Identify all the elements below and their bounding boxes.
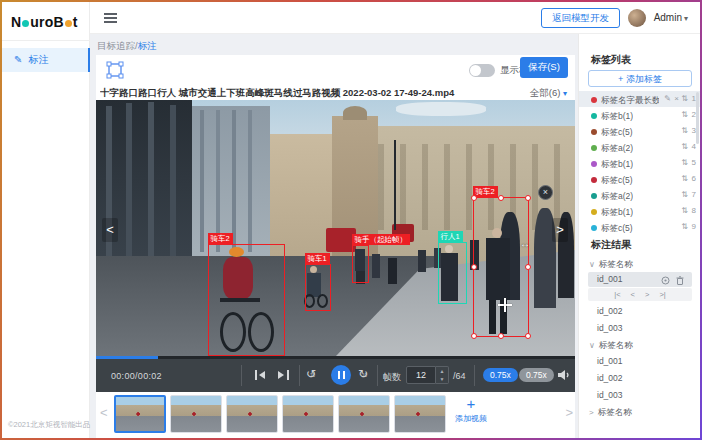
hotkey-number: 5	[692, 155, 696, 171]
chevron-down-icon: ▾	[563, 89, 567, 98]
sidebar-item-annotate[interactable]: ✎标注	[2, 48, 90, 72]
result-item[interactable]: id_003	[579, 320, 700, 337]
prev-video-chevron-icon[interactable]: <	[102, 218, 118, 242]
resize-handle[interactable]	[471, 333, 477, 339]
divider	[299, 365, 300, 386]
video-title: 十字路口路口行人 城市交通上下班高峰斑马线过马路视频 2022-03-02 17…	[100, 87, 500, 100]
video-thumbnail[interactable]	[338, 395, 390, 433]
tag-list-item[interactable]: 标签名字最长数...✎×⇅1	[579, 91, 700, 107]
result-group-header[interactable]: ∨标签名称	[579, 337, 700, 353]
delete-box-button[interactable]: ×	[538, 185, 553, 200]
result-item-id: id_003	[597, 323, 623, 333]
nav-last-button[interactable]: >|	[659, 290, 665, 299]
tag-list-item[interactable]: 标签c(5)⇅9	[579, 219, 700, 235]
prev-frame-button[interactable]	[253, 369, 269, 382]
video-thumbnail[interactable]	[226, 395, 278, 433]
tag-list-item[interactable]: 标签b(1)⇅2	[579, 107, 700, 123]
result-group-header[interactable]: >标签名称	[579, 404, 700, 420]
delete-icon[interactable]: ×	[674, 91, 679, 107]
logo-text: N	[11, 14, 21, 30]
collapse-menu-icon[interactable]	[104, 13, 117, 23]
speed-pill-inactive[interactable]: 0.75x	[519, 368, 554, 382]
filter-dropdown[interactable]: 全部(6) ▾	[530, 87, 567, 100]
scrollbar[interactable]	[696, 92, 699, 144]
result-item-id: id_002	[597, 306, 623, 316]
resize-handle[interactable]	[498, 195, 504, 201]
pause-button[interactable]	[331, 365, 351, 385]
video-canvas[interactable]: 骑车2骑车1骑手（起始帧）行人1骑车2 < > × ↔	[96, 100, 575, 356]
video-thumbnail[interactable]	[170, 395, 222, 433]
logo-dot-icon	[65, 20, 72, 27]
forward-10-icon[interactable]: ↻10	[358, 367, 368, 381]
video-thumbnail[interactable]	[282, 395, 334, 433]
step-down-icon[interactable]: ▼	[436, 375, 448, 383]
result-item[interactable]: id_001	[588, 272, 692, 287]
filmstrip-next-icon[interactable]: >	[565, 405, 573, 420]
tag-name: 标签c(5)	[601, 172, 633, 188]
volume-icon[interactable]	[558, 369, 571, 381]
next-video-chevron-icon[interactable]: >	[552, 218, 568, 242]
back-to-model-dev-button[interactable]: 返回模型开发	[541, 8, 620, 28]
annotation-box-label: 骑车2	[208, 233, 233, 244]
result-item[interactable]: id_001	[579, 353, 700, 370]
resize-handle[interactable]	[471, 195, 477, 201]
breadcrumb-parent[interactable]: 目标追踪	[97, 40, 135, 51]
result-group-header[interactable]: ∨标签名称	[579, 256, 700, 272]
resize-handle[interactable]	[498, 333, 504, 339]
add-video-button[interactable]: + 添加视频	[450, 395, 492, 433]
annotation-box[interactable]: 行人1	[438, 242, 467, 304]
add-tag-button[interactable]: + 添加标签	[588, 70, 692, 87]
resize-handle[interactable]	[525, 195, 531, 201]
hotkey-icon: ⇅	[681, 171, 688, 187]
next-frame-button[interactable]	[276, 369, 292, 382]
result-item[interactable]: id_002	[579, 303, 700, 320]
hotkey-number: 7	[692, 187, 696, 203]
edit-icon[interactable]: ✎	[664, 91, 671, 107]
filmstrip-prev-icon[interactable]: <	[100, 405, 108, 420]
divider	[241, 365, 242, 386]
window-frame: NuroBt ✎标注 ©2021北京矩视智能出品 返回模型开发 Admin▾ 目…	[0, 0, 702, 440]
resize-handle[interactable]	[525, 264, 531, 270]
tag-list-item[interactable]: 标签a(2)⇅4	[579, 139, 700, 155]
video-thumbnail[interactable]	[394, 395, 446, 433]
save-button[interactable]: 保存(S)	[520, 57, 568, 78]
tag-name: 标签b(1)	[601, 108, 633, 124]
resize-handle[interactable]	[471, 264, 477, 270]
tag-list-item[interactable]: 标签c(5)⇅6	[579, 171, 700, 187]
frame-number-input[interactable]	[406, 366, 436, 384]
tag-list-item[interactable]: 标签b(1)⇅8	[579, 203, 700, 219]
tag-name: 标签b(1)	[601, 204, 633, 220]
rewind-10-icon[interactable]: ↺10	[306, 367, 316, 381]
speed-pill-active[interactable]: 0.75x	[483, 368, 518, 382]
user-menu[interactable]: Admin▾	[654, 12, 688, 23]
avatar[interactable]	[628, 9, 646, 27]
trash-icon[interactable]	[676, 275, 684, 290]
video-thumbnail[interactable]	[114, 395, 166, 433]
tag-color-dot	[591, 145, 597, 151]
tag-list-item[interactable]: 标签b(1)⇅5	[579, 155, 700, 171]
right-panel: 标签列表 + 添加标签 标签名字最长数...✎×⇅1标签b(1)⇅2标签c(5)…	[578, 34, 700, 438]
rect-select-tool-icon[interactable]	[106, 61, 124, 79]
hotkey-icon: ⇅	[681, 187, 688, 203]
breadcrumb: 目标追踪/标注	[97, 40, 157, 53]
annotation-box[interactable]: 骑车2	[208, 244, 285, 356]
annotation-box[interactable]: 骑手（起始帧）	[352, 245, 369, 283]
result-item[interactable]: id_003	[579, 387, 700, 404]
frame-count-label: 帧数	[383, 371, 401, 384]
sidebar: NuroBt ✎标注 ©2021北京矩视智能出品	[2, 2, 90, 438]
tag-list-item[interactable]: 标签a(2)⇅7	[579, 187, 700, 203]
resize-handle[interactable]	[525, 333, 531, 339]
visibility-icon[interactable]	[661, 275, 670, 290]
nav-next-button[interactable]: >	[645, 290, 649, 299]
tag-color-dot	[591, 161, 597, 167]
annotation-box-selected[interactable]: 骑车2	[473, 197, 529, 337]
nav-first-button[interactable]: |<	[614, 290, 620, 299]
tag-list-item[interactable]: 标签c(5)⇅3	[579, 123, 700, 139]
step-up-icon[interactable]: ▲	[436, 367, 448, 375]
nav-prev-button[interactable]: <	[631, 290, 635, 299]
show-annotations-toggle[interactable]	[469, 64, 495, 77]
annotation-box[interactable]: 骑车1	[305, 264, 331, 311]
tag-list-title: 标签列表	[591, 53, 631, 67]
result-item[interactable]: id_002	[579, 370, 700, 387]
frame-total-label: /64	[453, 371, 466, 381]
